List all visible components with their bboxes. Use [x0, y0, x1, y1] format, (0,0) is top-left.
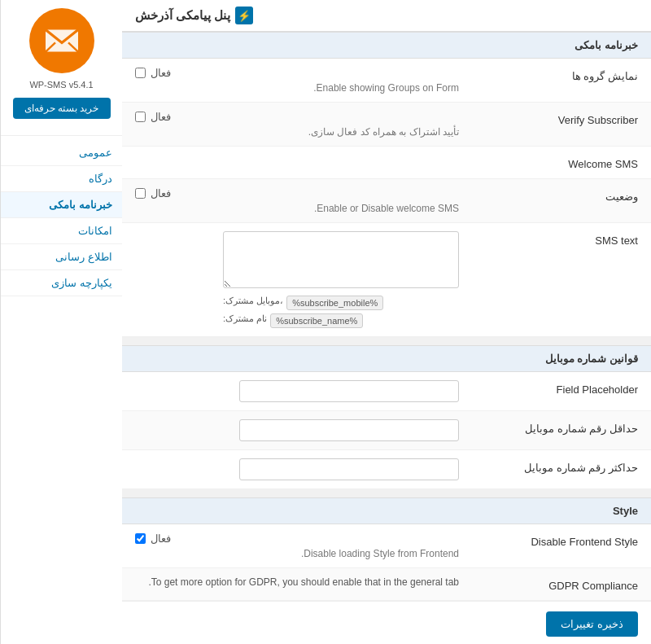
gdpr-field: To get more option for GDPR, you should …	[135, 576, 459, 588]
gdpr-row: GDPR Compliance To get more option for G…	[122, 568, 651, 601]
sidebar-item-features[interactable]: امکانات	[1, 218, 122, 244]
main-content: خبرنامه بامکی نمایش گروه ها فعال Enable …	[122, 32, 651, 644]
phone-section-header: قوانین شماره موبایل	[122, 345, 651, 372]
sms-text-row: SMS text %subscribe_mobile% ،موبایل مشتر…	[122, 223, 651, 337]
gdpr-label: GDPR Compliance	[459, 576, 638, 592]
max-mobile-row: حداکثر رقم شماره موبایل	[122, 450, 651, 489]
sidebar: WP-SMS v5.4.1 خرید بسته حرفه‌ای عمومی در…	[0, 0, 122, 644]
max-mobile-field	[135, 458, 459, 480]
field-placeholder-row: Field Placeholder	[122, 372, 651, 411]
verify-description: تأیید اشتراک به همراه کد فعال سازی.	[135, 126, 459, 138]
status-checkbox-label: فعال	[151, 187, 171, 199]
sidebar-item-integration[interactable]: یکپارچه سازی	[1, 270, 122, 296]
sms-tags: %subscribe_mobile% ،موبایل مشترک: %subsc…	[223, 296, 459, 328]
pro-button[interactable]: خرید بسته حرفه‌ای	[13, 98, 111, 119]
disable-frontend-checkbox[interactable]	[135, 533, 146, 544]
sms-icon	[42, 24, 82, 57]
tag-label-mobile: ،موبایل مشترک:	[223, 296, 283, 310]
disable-frontend-checkbox-label: فعال	[151, 532, 171, 545]
sidebar-item-newsletter[interactable]: خبرنامه بامکی	[1, 192, 122, 218]
max-mobile-label: حداکثر رقم شماره موبایل	[459, 458, 638, 474]
groups-description: Enable showing Groups on Form.	[135, 82, 459, 94]
field-placeholder-input[interactable]	[239, 380, 459, 402]
min-mobile-row: حداقل رقم شماره موبایل	[122, 411, 651, 450]
topbar: ⚡ پنل پیامکی آذرخش	[122, 0, 651, 32]
topbar-title-text: پنل پیامکی آذرخش	[135, 8, 230, 23]
sidebar-divider	[1, 135, 122, 136]
section-divider-1	[122, 337, 651, 345]
field-placeholder-field	[135, 380, 459, 402]
verify-checkbox-label: فعال	[151, 111, 171, 123]
verify-checkbox[interactable]	[135, 112, 146, 122]
groups-row: نمایش گروه ها فعال Enable showing Groups…	[122, 59, 651, 103]
groups-checkbox-label: فعال	[151, 67, 171, 79]
verify-field: فعال تأیید اشتراک به همراه کد فعال سازی.	[135, 111, 459, 138]
groups-label: نمایش گروه ها	[459, 67, 638, 82]
section-divider-2	[122, 489, 651, 497]
tag-subscribe-mobile: %subscribe_mobile%	[286, 296, 383, 310]
disable-frontend-label: Disable Frontend Style	[459, 532, 638, 548]
groups-field: فعال Enable showing Groups on Form.	[135, 67, 459, 94]
sidebar-item-general[interactable]: عمومی	[1, 140, 122, 166]
sidebar-nav: عمومی درگاه خبرنامه بامکی امکانات اطلاع …	[1, 140, 122, 296]
newsletter-section-header: خبرنامه بامکی	[122, 32, 651, 59]
disable-frontend-row: Disable Frontend Style فعال Disable load…	[122, 524, 651, 568]
status-label: وضعیت	[459, 187, 638, 203]
status-field: فعال Enable or Disable welcome SMS.	[135, 187, 459, 214]
page-title: ⚡ پنل پیامکی آذرخش	[135, 7, 253, 24]
status-description: Enable or Disable welcome SMS.	[135, 203, 459, 214]
disable-frontend-field: فعال Disable loading Style from Frontend…	[135, 532, 459, 559]
sidebar-logo	[29, 8, 94, 73]
welcome-sms-header-row: Welcome SMS	[122, 147, 651, 179]
sidebar-item-gateway[interactable]: درگاه	[1, 166, 122, 192]
sidebar-version: WP-SMS v5.4.1	[29, 80, 93, 90]
tag-subscribe-name: %subscribe_name%	[270, 313, 363, 328]
groups-checkbox[interactable]	[135, 68, 146, 78]
tag-label-name: نام مشترک:	[223, 313, 267, 328]
min-mobile-input[interactable]	[239, 419, 459, 441]
save-button[interactable]: ذخیره تغییرات	[546, 611, 638, 637]
min-mobile-field	[135, 419, 459, 441]
welcome-sms-label: Welcome SMS	[459, 155, 638, 170]
min-mobile-label: حداقل رقم شماره موبایل	[459, 419, 638, 435]
lightning-icon: ⚡	[235, 7, 253, 24]
verify-label: Verify Subscriber	[459, 111, 638, 126]
sms-text-field: %subscribe_mobile% ،موبایل مشترک: %subsc…	[135, 231, 459, 328]
style-section-header: Style	[122, 497, 651, 524]
disable-frontend-description: Disable loading Style from Frontend.	[135, 548, 459, 559]
field-placeholder-label: Field Placeholder	[459, 380, 638, 396]
sms-text-input[interactable]	[223, 231, 459, 288]
status-checkbox[interactable]	[135, 188, 146, 199]
sidebar-item-notifications[interactable]: اطلاع رسانی	[1, 244, 122, 270]
verify-row: Verify Subscriber فعال تأیید اشتراک به ه…	[122, 103, 651, 147]
status-row: وضعیت فعال Enable or Disable welcome SMS…	[122, 179, 651, 223]
sms-text-label: SMS text	[459, 231, 638, 247]
gdpr-description: To get more option for GDPR, you should …	[135, 576, 459, 588]
max-mobile-input[interactable]	[239, 458, 459, 480]
save-row: ذخیره تغییرات	[122, 601, 651, 644]
